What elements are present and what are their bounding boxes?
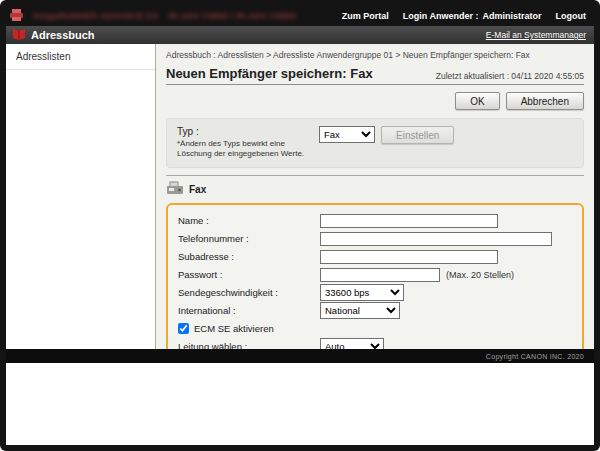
device-name: IR-ADV C5860 / IR-ADV C5860 xyxy=(169,11,297,21)
title-row: Neuen Empfänger speichern: Fax Zuletzt a… xyxy=(166,66,584,85)
form-row-speed: Sendegeschwindigkeit : 33600 bps xyxy=(178,285,572,301)
phone-input[interactable] xyxy=(320,232,552,246)
ok-button[interactable]: OK xyxy=(455,92,499,110)
fax-form: Name : Telefonnummer : Subadresse : Pass… xyxy=(166,203,584,349)
subaddress-label: Subadresse : xyxy=(178,251,320,262)
actions-row: OK Abbrechen xyxy=(166,92,584,110)
line-select[interactable]: Auto xyxy=(320,338,384,349)
page-background xyxy=(6,363,594,445)
body-region: Adresslisten Adressbuch : Adresslisten >… xyxy=(6,44,594,349)
breadcrumb[interactable]: Adressbuch : Adresslisten > Adressliste … xyxy=(166,50,584,60)
printer-icon xyxy=(10,7,23,25)
speed-select[interactable]: 33600 bps xyxy=(320,284,404,301)
subaddress-input[interactable] xyxy=(320,250,498,264)
international-label: International : xyxy=(178,305,320,316)
sidebar: Adresslisten xyxy=(6,44,156,349)
type-change-note: *Ändern des Typs bewirkt eine Löschung d… xyxy=(177,139,309,160)
speed-label: Sendegeschwindigkeit : xyxy=(178,287,320,298)
device-model: imageRUNNER ADVANCE DX xyxy=(33,11,159,21)
international-select[interactable]: National xyxy=(320,302,400,319)
fax-section-title: Fax xyxy=(189,184,206,195)
app-bar-title-group: Adressbuch xyxy=(12,26,95,44)
footer: Copyright CANON INC. 2020 xyxy=(6,349,594,363)
fax-section-header: Fax xyxy=(166,175,584,199)
cancel-button[interactable]: Abbrechen xyxy=(506,92,584,110)
addressbook-icon xyxy=(12,26,26,44)
app-bar: Adressbuch E-Mail an Systemmanager xyxy=(6,26,594,44)
phone-label: Telefonnummer : xyxy=(178,233,320,244)
page-frame: imageRUNNER ADVANCE DX IR-ADV C5860 / IR… xyxy=(0,0,600,451)
type-label-column: Typ : *Ändern des Typs bewirkt eine Lösc… xyxy=(177,126,319,160)
ecm-checkbox[interactable] xyxy=(178,323,189,334)
main-content: Adressbuch : Adresslisten > Adressliste … xyxy=(156,44,594,349)
form-row-international: International : National xyxy=(178,303,572,319)
line-label: Leitung wählen : xyxy=(178,341,320,349)
login-user-info: Login Anwender : Administrator xyxy=(403,11,542,21)
type-select[interactable]: Fax xyxy=(319,126,375,143)
name-input[interactable] xyxy=(320,214,498,228)
password-max-note: (Max. 20 Stellen) xyxy=(446,270,514,280)
form-row-password: Passwort : (Max. 20 Stellen) xyxy=(178,267,572,283)
last-updated: Zuletzt aktualisiert : 04/11 2020 4:55:0… xyxy=(436,71,584,81)
login-label: Login Anwender : xyxy=(403,11,479,21)
type-label: Typ : xyxy=(177,126,319,137)
name-label: Name : xyxy=(178,215,320,226)
form-row-ecm: ECM SE aktivieren xyxy=(178,321,572,337)
top-bar-links: Zum Portal Login Anwender : Administrato… xyxy=(342,11,586,21)
copyright: Copyright CANON INC. 2020 xyxy=(486,353,584,360)
ecm-label: ECM SE aktivieren xyxy=(194,323,274,334)
email-to-sysmanager-link[interactable]: E-Mail an Systemmanager xyxy=(486,30,586,40)
password-input[interactable] xyxy=(320,268,440,282)
app-title: Adressbuch xyxy=(31,29,95,41)
form-row-phone: Telefonnummer : xyxy=(178,231,572,247)
login-user: Administrator xyxy=(482,11,541,21)
form-row-name: Name : xyxy=(178,213,572,229)
logout-link[interactable]: Logout xyxy=(556,11,587,21)
einstellen-button[interactable]: Einstellen xyxy=(381,126,454,144)
fax-icon xyxy=(166,181,184,199)
top-bar: imageRUNNER ADVANCE DX IR-ADV C5860 / IR… xyxy=(6,6,594,26)
device-info: imageRUNNER ADVANCE DX IR-ADV C5860 / IR… xyxy=(10,7,296,25)
form-row-line: Leitung wählen : Auto xyxy=(178,339,572,349)
type-controls: Fax Einstellen xyxy=(319,126,454,144)
form-row-subaddress: Subadresse : xyxy=(178,249,572,265)
type-panel: Typ : *Ändern des Typs bewirkt eine Lösc… xyxy=(166,118,584,168)
portal-link[interactable]: Zum Portal xyxy=(342,11,389,21)
password-label: Passwort : xyxy=(178,269,320,280)
sidebar-item-adresslisten[interactable]: Adresslisten xyxy=(6,44,155,70)
page-title: Neuen Empfänger speichern: Fax xyxy=(166,66,373,81)
